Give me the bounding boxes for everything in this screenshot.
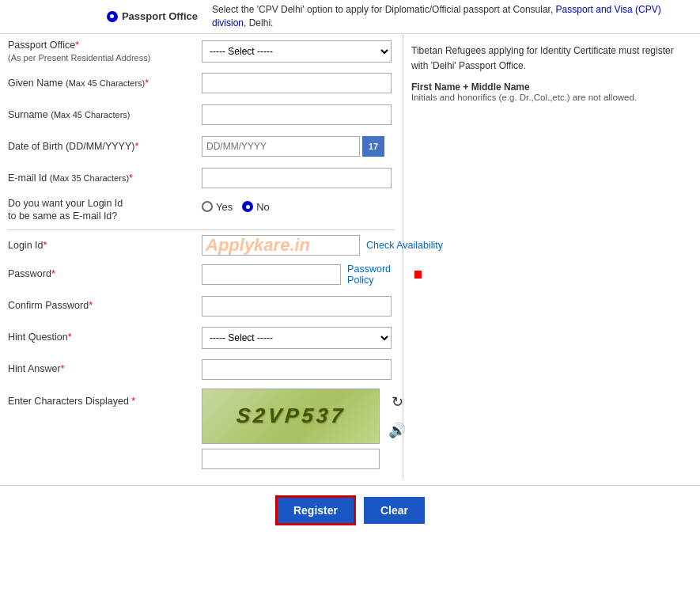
given-name-row: Given Name (Max 45 Characters)* [8,70,395,96]
no-label: No [256,201,270,213]
divider1 [8,229,395,230]
given-name-input[interactable] [202,73,392,93]
surname-input[interactable] [202,104,392,125]
yes-no-control: Yes No [202,201,270,213]
passport-office-row: Passport Office* (As per Present Residen… [8,39,395,65]
dob-row: Date of Birth (DD/MM/YYYY)* 17 [8,134,395,159]
email-input[interactable] [202,168,392,188]
first-name-hint-sub: Initials and honorifics (e.g. Dr.,Col.,e… [411,93,692,102]
password-label: Password* [8,267,202,280]
top-notice: Select the 'CPV Delhi' option to apply f… [206,0,700,33]
form-section: Passport Office* (As per Present Residen… [0,34,403,479]
yes-label: Yes [216,201,233,213]
dob-input[interactable] [202,136,360,157]
bottom-bar: Register Clear [0,485,700,535]
hint-answer-label: Hint Answer* [8,362,202,375]
dob-label: Date of Birth (DD/MM/YYYY)* [8,140,202,153]
password-row: Password* Password Policy [8,262,395,287]
passport-office-label: Passport Office* (As per Present Residen… [8,39,202,65]
surname-label: Surname (Max 45 Characters) [8,108,202,121]
password-input[interactable] [202,264,341,285]
hint-question-control: ----- Select ----- [202,327,392,349]
login-id-input[interactable] [202,235,360,256]
given-name-label: Given Name (Max 45 Characters)* [8,77,202,89]
hint-answer-control [202,359,392,380]
confirm-password-control [202,296,392,317]
no-option[interactable]: No [242,201,270,213]
hint-question-select[interactable]: ----- Select ----- [202,327,392,349]
yes-radio[interactable] [202,201,213,212]
hint-question-label: Hint Question* [8,331,202,343]
hint-question-row: Hint Question* ----- Select ----- [8,325,395,351]
captcha-text: S2VP537 [235,404,346,428]
same-email-row: Do you want your Login Id to be same as … [8,197,395,223]
hint-answer-input[interactable] [202,359,392,380]
no-radio[interactable] [242,201,253,212]
confirm-password-label: Confirm Password* [8,299,202,312]
passport-office-radio[interactable] [107,11,118,22]
right-section: Tibetan Refugees applying for Identity C… [403,34,700,479]
password-control: Password Policy [202,263,422,286]
passport-office-control: ----- Select ----- [202,40,392,63]
first-name-hint: First Name + Middle Name Initials and ho… [411,82,692,102]
page-container: Passport Office Select the 'CPV Delhi' o… [0,0,700,599]
first-name-hint-title: First Name + Middle Name [411,82,692,93]
passport-office-select[interactable]: ----- Select ----- [202,40,392,63]
same-email-label: Do you want your Login Id to be same as … [8,197,202,223]
dob-control: 17 [202,136,384,157]
given-name-control [202,73,392,93]
email-label: E-mail Id (Max 35 Characters)* [8,172,202,184]
surname-row: Surname (Max 45 Characters) [8,102,395,127]
calendar-icon[interactable]: 17 [362,136,384,157]
captcha-label: Enter Characters Displayed * [8,389,202,408]
register-button[interactable]: Register [275,495,356,525]
tibetan-notice: Tibetan Refugees applying for Identity C… [411,44,692,74]
password-policy-link[interactable]: Password Policy [347,263,411,286]
hint-answer-row: Hint Answer* [8,357,395,382]
yes-option[interactable]: Yes [202,201,233,213]
captcha-input[interactable] [202,449,380,469]
login-id-label: Login Id* [8,240,202,251]
email-control [202,168,392,188]
surname-control [202,104,392,125]
check-availability-link[interactable]: Check Availability [366,240,443,251]
clear-button[interactable]: Clear [364,497,425,524]
login-id-control: Applykare.in Check Availability [202,235,443,256]
captcha-row: Enter Characters Displayed * S2VP537 ↻ 🔊 [8,389,395,469]
captcha-image: S2VP537 [202,389,380,444]
passport-office-radio-label: Passport Office [122,10,198,22]
confirm-password-row: Confirm Password* [8,294,395,319]
confirm-password-input[interactable] [202,296,392,317]
login-id-row: Login Id* Applykare.in Check Availabilit… [8,235,395,256]
email-row: E-mail Id (Max 35 Characters)* [8,165,395,191]
captcha-area: S2VP537 ↻ 🔊 [202,389,408,469]
